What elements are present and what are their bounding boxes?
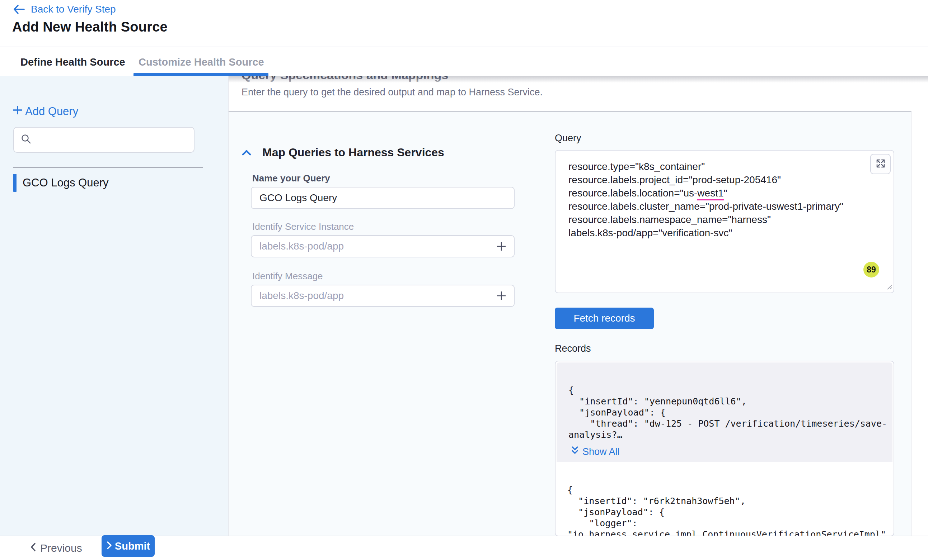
name-your-query-label: Name your Query <box>252 173 330 184</box>
records-card: { "insertId": "yennepun0qtd6ll6", "jsonP… <box>555 361 894 536</box>
health-source-tabbar: Define Health Source Customize Health So… <box>0 47 928 76</box>
service-instance-input[interactable] <box>251 235 514 257</box>
previous-button[interactable]: Previous <box>29 540 82 557</box>
query-sidebar: Add Query GCO Logs Query <box>0 76 229 536</box>
submit-button[interactable]: Submit <box>102 535 155 557</box>
tab-customize-health-source[interactable]: Customize Health Source <box>139 47 264 77</box>
identify-service-instance-label: Identify Service Instance <box>252 221 354 232</box>
service-instance-plus-icon[interactable] <box>494 239 508 254</box>
record-2-json: { "insertId": "r6rk2tnah3owf5eh", "jsonP… <box>567 484 886 536</box>
page-title: Add New Health Source <box>12 19 168 35</box>
plus-icon <box>12 105 23 118</box>
query-name-input[interactable] <box>251 187 514 209</box>
query-editor[interactable]: resource.type="k8s_container"resource.la… <box>555 150 894 293</box>
previous-label: Previous <box>40 542 82 554</box>
search-icon <box>20 133 32 146</box>
add-health-source-page: Query Specifications and Mappings Enter … <box>0 0 928 560</box>
chevron-left-icon <box>29 542 37 555</box>
tab-define-health-source[interactable]: Define Health Source <box>20 47 125 77</box>
back-to-verify-step-link[interactable]: Back to Verify Step <box>13 4 116 15</box>
query-search-box <box>13 127 194 153</box>
query-label: Query <box>555 132 582 144</box>
identify-message-label: Identify Message <box>252 271 323 282</box>
spellcheck-underline: west1 <box>697 187 723 201</box>
section-subtitle: Enter the query to get the desired outpu… <box>241 87 543 98</box>
back-link-label: Back to Verify Step <box>31 4 116 15</box>
query-text: resource.type="k8s_container"resource.la… <box>568 160 843 239</box>
sidebar-item-gco-logs-query[interactable]: GCO Logs Query <box>13 174 207 192</box>
active-tab-underline <box>133 73 269 76</box>
show-all-label: Show All <box>582 446 620 458</box>
character-count-badge: 89 <box>863 262 879 277</box>
chevron-up-icon[interactable] <box>241 149 252 157</box>
back-arrow-icon <box>13 4 25 15</box>
wizard-footer: Previous Submit <box>0 536 928 560</box>
expand-query-button[interactable] <box>870 154 891 174</box>
map-queries-section-header: Map Queries to Harness Services <box>241 146 444 159</box>
fullscreen-expand-icon <box>875 158 886 170</box>
map-queries-heading: Map Queries to Harness Services <box>263 146 444 159</box>
sidebar-divider <box>13 167 203 168</box>
selected-indicator-bar <box>13 174 17 192</box>
records-label: Records <box>555 343 591 354</box>
query-mappings-panel: Map Queries to Harness Services Name you… <box>229 111 911 536</box>
identify-message-plus-icon[interactable] <box>494 289 508 303</box>
search-input[interactable] <box>37 134 187 146</box>
fetch-records-button[interactable]: Fetch records <box>555 307 654 329</box>
query-item-label: GCO Logs Query <box>23 177 108 189</box>
page-header: Back to Verify Step Add New Health Sourc… <box>0 0 928 47</box>
chevron-right-icon <box>106 540 112 552</box>
identify-message-input[interactable] <box>251 285 514 307</box>
record-1-json: { "insertId": "yennepun0qtd6ll6", "jsonP… <box>568 385 887 440</box>
record-item-1: { "insertId": "yennepun0qtd6ll6", "jsonP… <box>557 362 893 462</box>
show-all-link[interactable]: Show All <box>571 446 620 458</box>
add-query-label: Add Query <box>25 105 78 118</box>
add-query-button[interactable]: Add Query <box>12 105 78 118</box>
submit-label: Submit <box>115 540 150 552</box>
textarea-resize-handle[interactable] <box>886 284 893 291</box>
double-chevron-down-icon <box>571 446 579 458</box>
